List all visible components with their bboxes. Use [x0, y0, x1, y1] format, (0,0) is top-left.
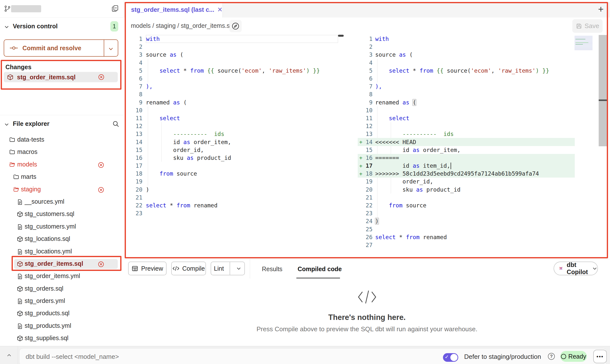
code-line-9[interactable]: 9renamed as (: [358, 99, 575, 106]
code-line-3[interactable]: 3source as (: [125, 51, 338, 59]
defer-toggle[interactable]: ✓: [443, 353, 458, 362]
code-line-13[interactable]: 13 ---------- ids: [358, 130, 575, 138]
code-line-24[interactable]: 24): [358, 217, 575, 225]
commit-options-chevron-icon[interactable]: [108, 46, 114, 52]
conflict-x-icon[interactable]: [98, 261, 104, 267]
code-line-20[interactable]: 20 sku as product_id: [358, 186, 575, 194]
code-line-26[interactable]: 26select * from renamed: [358, 233, 575, 241]
branch-name-redacted[interactable]: [11, 5, 41, 12]
code-line-19[interactable]: 19: [125, 178, 338, 185]
compile-button[interactable]: Compile: [171, 262, 206, 275]
code-line-9[interactable]: 9renamed as (: [125, 99, 338, 106]
file-item-stg_customers.yml[interactable]: stg_customers.yml: [0, 221, 124, 233]
chevron-down-icon[interactable]: [4, 122, 9, 127]
file-explorer-section-header[interactable]: File explorer: [0, 119, 124, 130]
file-item-stg_locations.yml[interactable]: stg_locations.yml: [0, 246, 124, 258]
lint-options-chevron-icon[interactable]: [233, 266, 244, 271]
code-line-4[interactable]: 4: [125, 59, 338, 67]
file-item-stg_order_items.sql[interactable]: stg_order_items.sql: [0, 258, 124, 270]
code-line-11[interactable]: 11 select: [358, 114, 575, 122]
code-line-15[interactable]: 15 id as order_item,: [358, 146, 575, 154]
code-line-3[interactable]: 3source as (: [358, 51, 575, 59]
preview-button[interactable]: Preview: [128, 262, 167, 275]
changes-file-row[interactable]: stg_order_items.sql: [4, 72, 118, 82]
command-input[interactable]: dbt build --select <model_name>: [26, 353, 119, 361]
file-item-macros[interactable]: macros: [0, 146, 124, 158]
code-line-10[interactable]: 10: [358, 106, 575, 114]
code-line-12[interactable]: 12: [358, 122, 575, 130]
lineage-icon[interactable]: [229, 20, 242, 32]
status-badge-ready[interactable]: Ready: [560, 351, 587, 362]
file-item-staging[interactable]: staging: [0, 183, 124, 196]
more-options-button[interactable]: •••: [593, 350, 607, 363]
conflict-x-icon[interactable]: [98, 187, 104, 193]
code-line-6[interactable]: 6: [358, 75, 575, 83]
code-line-13[interactable]: 13 ---------- ids: [125, 130, 338, 138]
dbt-copilot-button[interactable]: dbt Copilot: [554, 262, 598, 275]
conflict-x-icon[interactable]: [98, 74, 104, 80]
search-icon[interactable]: [112, 120, 119, 128]
code-line-10[interactable]: 10: [125, 106, 338, 114]
save-button[interactable]: Save: [572, 19, 603, 33]
version-control-section-header[interactable]: Version control 1: [0, 21, 124, 32]
code-line-18[interactable]: +18>>>>>>> 58c1dd23d5eebd9cd2495fa7124ab…: [358, 170, 575, 178]
code-line-1[interactable]: 1with: [358, 35, 575, 43]
code-line-21[interactable]: 21: [125, 194, 338, 201]
diff-pane-left[interactable]: 1with23source as (45 select * from {{ so…: [125, 35, 338, 217]
code-line-22[interactable]: 22select * from renamed: [125, 201, 338, 209]
lint-button[interactable]: Lint: [211, 262, 245, 275]
file-item-stg_customers.sql[interactable]: stg_customers.sql: [0, 208, 124, 220]
code-line-12[interactable]: 12: [125, 122, 338, 130]
code-line-4[interactable]: 4: [358, 59, 575, 67]
tab-stg-order-items[interactable]: stg_order_items.sql (last c... ✕: [125, 2, 223, 17]
file-item-stg_supplies.sql[interactable]: stg_supplies.sql: [0, 332, 124, 345]
code-line-20[interactable]: 20): [125, 186, 338, 194]
code-line-5[interactable]: 5 select * from {{ source('ecom', 'raw_i…: [125, 67, 338, 75]
copilot-chevron-icon[interactable]: [592, 266, 597, 271]
code-line-6[interactable]: 6: [125, 75, 338, 83]
code-line-23[interactable]: 23: [358, 209, 575, 217]
code-line-17[interactable]: +17 id as item_id,: [358, 162, 575, 170]
code-line-22[interactable]: 22 from source: [358, 201, 575, 209]
file-item-stg_products.yml[interactable]: stg_products.yml: [0, 320, 124, 332]
conflict-x-icon[interactable]: [98, 162, 104, 168]
chevron-down-icon[interactable]: [4, 24, 9, 30]
code-line-23[interactable]: 23: [125, 209, 338, 217]
code-line-15[interactable]: 15 order_id,: [125, 146, 338, 154]
code-line-2[interactable]: 2: [358, 43, 575, 51]
code-line-21[interactable]: 21: [358, 194, 575, 201]
chevron-up-icon[interactable]: [6, 353, 12, 358]
code-line-8[interactable]: 8: [125, 90, 338, 98]
file-item-stg_products.sql[interactable]: stg_products.sql: [0, 307, 124, 320]
left-pane-scrollbar[interactable]: [338, 35, 344, 37]
code-line-16[interactable]: +16=======: [358, 154, 575, 162]
code-line-7[interactable]: 7),: [358, 83, 575, 90]
tab-close-icon[interactable]: ✕: [217, 6, 223, 14]
tab-compiled-code[interactable]: Compiled code: [298, 259, 342, 279]
code-line-14[interactable]: +14<<<<<<< HEAD: [358, 138, 575, 146]
code-line-1[interactable]: 1with: [125, 35, 338, 43]
tab-results[interactable]: Results: [262, 259, 282, 279]
file-item-stg_orders.yml[interactable]: stg_orders.yml: [0, 295, 124, 307]
code-line-11[interactable]: 11 select: [125, 114, 338, 122]
code-line-7[interactable]: 7),: [125, 83, 338, 90]
file-item-stg_orders.sql[interactable]: stg_orders.sql: [0, 283, 124, 295]
right-pane-scrollbar[interactable]: [599, 35, 607, 146]
copy-icon[interactable]: [111, 5, 119, 12]
code-line-18[interactable]: 18 from source: [125, 170, 338, 178]
commit-and-resolve-button[interactable]: Commit and resolve: [4, 39, 118, 57]
file-item-stg_order_items.yml[interactable]: stg_order_items.yml: [0, 270, 124, 282]
code-line-16[interactable]: 16 sku as product_id: [125, 154, 338, 162]
code-line-25[interactable]: 25: [358, 225, 575, 233]
file-item-stg_locations.sql[interactable]: stg_locations.sql: [0, 233, 124, 245]
code-line-8[interactable]: 8: [358, 90, 575, 98]
file-item-__sources.yml[interactable]: __sources.yml: [0, 196, 124, 208]
file-item-models[interactable]: models: [0, 159, 124, 171]
minimap[interactable]: [575, 36, 593, 50]
code-line-5[interactable]: 5 select * from {{ source('ecom', 'raw_i…: [358, 67, 575, 75]
code-line-17[interactable]: 17: [125, 162, 338, 170]
file-item-marts[interactable]: marts: [0, 171, 124, 183]
help-icon[interactable]: ?: [548, 353, 555, 360]
new-tab-button[interactable]: +: [598, 4, 604, 15]
code-line-27[interactable]: 27: [358, 241, 575, 249]
